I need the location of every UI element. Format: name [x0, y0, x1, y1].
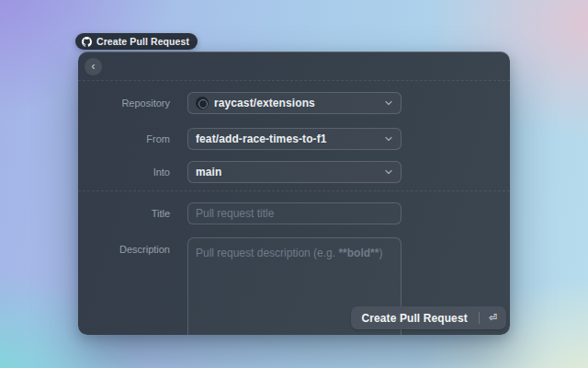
- command-badge: Create Pull Request: [75, 33, 198, 50]
- from-branch-value: feat/add-race-times-to-f1: [196, 132, 327, 145]
- window-header: ‹: [78, 52, 510, 81]
- from-row: From feat/add-race-times-to-f1: [78, 128, 510, 150]
- enter-key-icon: ⏎: [480, 312, 506, 324]
- into-branch-value: main: [196, 166, 221, 178]
- into-branch-select[interactable]: main: [187, 161, 401, 183]
- from-branch-select[interactable]: feat/add-race-times-to-f1: [187, 128, 401, 150]
- chevron-down-icon: [384, 167, 393, 177]
- create-pull-request-window: ‹ Repository raycast/extensions From fea…: [78, 52, 510, 335]
- chevron-down-icon: [384, 134, 393, 144]
- description-label: Description: [78, 237, 170, 255]
- section-divider: [78, 190, 510, 191]
- description-placeholder: Pull request description (e.g. **bold**): [196, 247, 382, 259]
- repository-value: raycast/extensions: [214, 97, 315, 109]
- repo-avatar-icon: [196, 97, 209, 109]
- chevron-down-icon: [384, 98, 393, 108]
- repository-label: Repository: [78, 98, 170, 109]
- back-button[interactable]: ‹: [85, 58, 102, 75]
- github-icon: [82, 37, 92, 47]
- from-label: From: [78, 133, 170, 144]
- pull-request-form: Repository raycast/extensions From feat/…: [78, 81, 510, 335]
- create-pull-request-button-label: Create Pull Request: [351, 312, 479, 325]
- title-input[interactable]: [187, 202, 401, 224]
- title-row: Title: [78, 202, 510, 224]
- title-label: Title: [78, 208, 170, 219]
- repository-select[interactable]: raycast/extensions: [187, 92, 401, 114]
- repository-row: Repository raycast/extensions: [78, 92, 510, 114]
- into-label: Into: [78, 167, 170, 178]
- into-row: Into main: [78, 161, 510, 183]
- command-badge-label: Create Pull Request: [96, 36, 189, 47]
- create-pull-request-button[interactable]: Create Pull Request ⏎: [351, 306, 507, 329]
